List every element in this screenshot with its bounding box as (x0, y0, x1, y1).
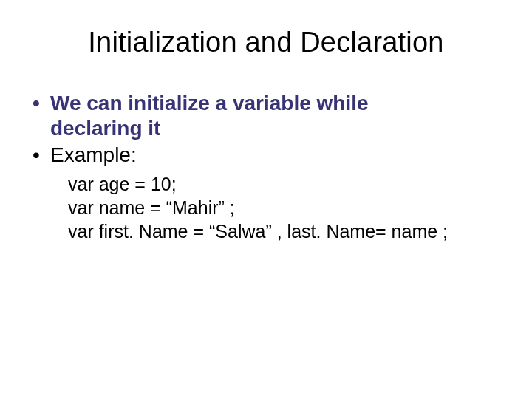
code-line-1: var age = 10; (68, 172, 511, 196)
bullet-text-2: Example: (50, 143, 137, 166)
code-line-2: var name = “Mahir” ; (68, 196, 511, 219)
bullet-text-line2: declaring it (50, 117, 160, 140)
bullet-list: We can initialize a variable while decla… (28, 91, 511, 168)
code-line-3: var first. Name = “Salwa” , last. Name= … (68, 219, 511, 243)
bullet-text-line1: We can initialize a variable while (50, 92, 369, 115)
code-block: var age = 10; var name = “Mahir” ; var f… (68, 172, 511, 243)
slide-title: Initialization and Declaration (21, 27, 511, 58)
bullet-item-1: We can initialize a variable while decla… (28, 91, 511, 141)
bullet-item-2: Example: (28, 143, 511, 168)
slide: Initialization and Declaration We can in… (0, 0, 532, 399)
